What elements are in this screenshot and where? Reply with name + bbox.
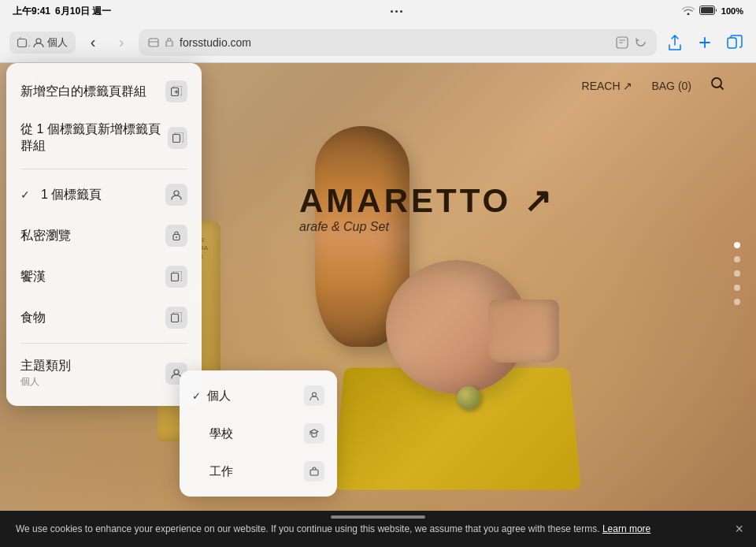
menu-label-from-tabs: 從 1 個標籤頁新增標籤頁群組 <box>20 121 168 154</box>
menu-item-food[interactable]: 食物 <box>6 297 202 338</box>
menu-item-theme-category[interactable]: 主題類別 個人 ✓ 個人 <box>6 348 202 398</box>
tab-switcher-button[interactable]: 個人 <box>9 32 76 54</box>
svg-rect-7 <box>728 38 736 48</box>
menu-label-xiang-han: 饗漢 <box>20 269 46 285</box>
battery-pct: 100% <box>721 6 743 16</box>
from-tabs-icon <box>168 127 187 149</box>
lock-icon <box>165 36 173 49</box>
svg-rect-2 <box>18 39 27 47</box>
submenu-label-personal: 個人 <box>207 389 231 404</box>
status-time: 上午9:41 <box>13 5 50 18</box>
xiang-han-icon <box>165 266 187 288</box>
submenu-item-school[interactable]: 學校 <box>180 415 337 452</box>
new-empty-group-icon <box>165 80 187 102</box>
nav-bag[interactable]: BAG (0) <box>651 80 691 92</box>
check-mark: ✓ <box>20 188 30 201</box>
cookie-text: We use cookies to enhance your experienc… <box>16 522 717 536</box>
home-indicator <box>331 515 425 519</box>
cookie-close-button[interactable]: × <box>735 521 743 538</box>
menu-item-one-tab[interactable]: ✓ 1 個標籤頁 <box>6 174 202 215</box>
svg-rect-14 <box>172 274 179 281</box>
cookie-message: We use cookies to enhance your experienc… <box>16 523 600 534</box>
product-subtitle: arafe & Cup Set <box>299 220 554 234</box>
cup-small <box>488 300 559 363</box>
tab-group-dropdown: 新增空白的標籤頁群組 從 1 個標籤頁新增標籤頁群組 ✓ 1 個標籤頁 <box>6 63 202 406</box>
url-bar-icons <box>616 36 647 49</box>
dot-3 <box>400 10 402 13</box>
food-icon <box>165 307 187 329</box>
status-date: 6月10日 週一 <box>55 5 111 18</box>
submenu-item-work[interactable]: 工作 <box>180 452 337 490</box>
submenu-label-work: 工作 <box>209 464 233 479</box>
menu-item-xiang-han[interactable]: 饗漢 <box>6 256 202 297</box>
nav-reach[interactable]: REACH ↗ <box>582 80 633 92</box>
menu-label-new-empty-group: 新增空白的標籤頁群組 <box>20 84 146 100</box>
menu-item-from-tabs[interactable]: 從 1 個標籤頁新增標籤頁群組 <box>6 112 202 164</box>
submenu-label-school: 學校 <box>209 426 233 441</box>
url-text: forsstudio.com <box>180 36 251 49</box>
scroll-dot-4[interactable] <box>734 285 740 291</box>
menu-label-theme: 主題類別 <box>20 358 71 374</box>
work-icon <box>304 461 324 482</box>
refresh-icon[interactable] <box>635 36 647 49</box>
one-tab-icon <box>165 184 187 206</box>
share-button[interactable] <box>663 31 687 54</box>
menu-label-private: 私密瀏覽 <box>20 228 71 244</box>
menu-label-food: 食物 <box>20 310 46 326</box>
menu-label-one-tab: 1 個標籤頁 <box>41 187 102 203</box>
school-icon <box>304 423 324 444</box>
personal-check: ✓ <box>192 390 201 402</box>
dot-2 <box>395 10 398 13</box>
personal-icon <box>304 385 324 406</box>
submenu-item-personal[interactable]: ✓ 個人 <box>180 377 337 415</box>
nav-search-icon[interactable] <box>710 76 724 95</box>
svg-point-17 <box>313 393 317 396</box>
svg-rect-1 <box>701 7 713 13</box>
scroll-dot-2[interactable] <box>734 256 740 262</box>
svg-rect-4 <box>149 39 158 47</box>
battery-icon <box>699 6 717 17</box>
airtab-icon <box>616 36 628 49</box>
url-bar[interactable]: forsstudio.com <box>139 29 657 56</box>
svg-rect-15 <box>172 314 179 322</box>
divider-1 <box>20 169 187 169</box>
status-time-date: 上午9:41 6月10日 週一 <box>13 5 111 18</box>
theme-submenu: ✓ 個人 學校 <box>180 370 337 497</box>
forward-button[interactable]: › <box>110 32 132 54</box>
divider-2 <box>20 343 187 344</box>
status-bar: 上午9:41 6月10日 週一 100% <box>0 0 756 22</box>
menu-item-private-browse[interactable]: 私密瀏覽 <box>6 215 202 256</box>
menu-item-new-empty-group[interactable]: 新增空白的標籤頁群組 <box>6 71 202 112</box>
scroll-dot-3[interactable] <box>734 270 740 277</box>
status-indicators: 100% <box>682 6 743 17</box>
svg-point-13 <box>176 236 177 238</box>
scroll-dots <box>734 242 740 305</box>
svg-point-11 <box>174 191 179 195</box>
product-title-area: AMARETTO ↗ arafe & Cup Set <box>299 181 554 234</box>
scroll-dot-1[interactable] <box>734 242 740 248</box>
site-nav-right: REACH ↗ BAG (0) <box>582 76 724 95</box>
scroll-dot-5[interactable] <box>734 299 740 305</box>
wifi-icon <box>682 6 695 17</box>
dot-1 <box>391 10 393 13</box>
learn-more-link[interactable]: Learn more <box>602 523 650 534</box>
svg-point-3 <box>36 39 41 43</box>
svg-rect-10 <box>172 135 180 143</box>
toolbar-right <box>663 31 747 54</box>
olive-decoration <box>457 386 480 410</box>
svg-rect-5 <box>166 41 172 47</box>
svg-point-16 <box>174 370 179 374</box>
tabs-overview-button[interactable] <box>723 31 747 54</box>
person-icon <box>33 37 44 48</box>
private-icon <box>165 225 187 247</box>
product-name: AMARETTO ↗ <box>299 181 554 220</box>
add-tab-button[interactable] <box>693 31 717 54</box>
svg-rect-18 <box>310 470 318 475</box>
menu-sublabel-theme: 個人 <box>20 375 71 389</box>
back-button[interactable]: ‹ <box>82 32 104 54</box>
tab-label: 個人 <box>47 35 68 50</box>
status-center-dots <box>391 10 402 13</box>
browser-bar: 個人 ‹ › forsstudio.com <box>0 22 756 63</box>
svg-point-8 <box>712 78 721 87</box>
